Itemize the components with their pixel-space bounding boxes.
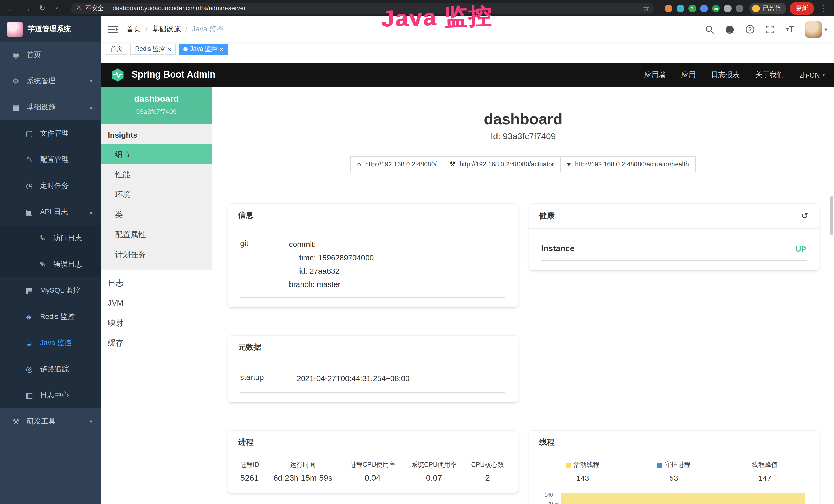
java-icon: ☕ <box>25 338 34 347</box>
sidebar-item-dev-tools[interactable]: ⚒研发工具▾ <box>0 408 101 434</box>
health-card-title: 健康 <box>539 211 554 221</box>
info-card-title: 信息 <box>238 210 254 220</box>
sba-nav-日志报表[interactable]: 日志报表 <box>711 70 740 79</box>
sidebar-item-system-management[interactable]: ⚙系统管理▾ <box>0 68 101 94</box>
sidebar-item-file-management[interactable]: ▢文件管理 <box>0 120 101 146</box>
sba-instance-header[interactable]: dashboard 93a3fc7f7409 <box>101 87 212 124</box>
locale-selector[interactable]: zh-CN▾ <box>799 71 825 79</box>
chrome-update-button[interactable]: 更新 <box>790 2 814 15</box>
bookmark-star-icon[interactable]: ☆ <box>643 4 649 12</box>
history-icon[interactable]: ↺ <box>801 210 809 221</box>
browser-menu-icon[interactable]: ⋮ <box>817 4 829 13</box>
sba-sidebar-item-配置属性[interactable]: 配置属性 <box>101 224 212 245</box>
sidebar-item-label: 链路追踪 <box>40 364 69 373</box>
instance-link-chip[interactable]: ⌂http://192.168.0.2:48080/ <box>350 156 443 172</box>
clock-icon: ◷ <box>25 181 34 190</box>
sba-sidebar-group-映射[interactable]: 映射 <box>101 313 212 333</box>
sidebar-item-access-logs[interactable]: ✎访问日志 <box>0 225 101 251</box>
profile-paused-badge[interactable]: 已暂停 <box>749 2 787 14</box>
doc-icon: ✎ <box>38 259 47 269</box>
extension-on-icon[interactable]: on <box>712 4 720 12</box>
help-icon[interactable]: ? <box>745 24 755 35</box>
sidebar-item-label: 日志中心 <box>40 391 69 400</box>
sidebar-item-api-logs[interactable]: ▣API 日志▴ <box>0 199 101 225</box>
trace-icon: ◎ <box>25 364 34 373</box>
instance-link-url: http://192.168.0.2:48080/actuator/health <box>575 160 689 168</box>
extension-dark-icon[interactable] <box>736 4 743 12</box>
health-instance-row: Instance UP <box>541 238 806 261</box>
scrollbar-thumb[interactable] <box>830 196 833 235</box>
sba-sidebar-group-JVM[interactable]: JVM <box>101 293 212 313</box>
sba-nav-应用[interactable]: 应用 <box>681 70 696 79</box>
sidebar-item-label: 定时任务 <box>40 181 69 190</box>
legend-label: 守护进程 <box>628 461 720 469</box>
sba-sidebar-group-日志[interactable]: 日志 <box>101 273 212 293</box>
y-axis-tick: 140 <box>537 492 557 498</box>
reload-icon[interactable]: ↻ <box>36 4 48 13</box>
back-icon[interactable]: ← <box>5 4 18 13</box>
sba-sidebar-group-缓存[interactable]: 缓存 <box>101 333 212 353</box>
sidebar-item-label: API 日志 <box>40 207 68 216</box>
sidebar-item-java-monitor[interactable]: ☕Java 监控 <box>0 330 101 356</box>
sidebar-item-log-center[interactable]: ▥日志中心 <box>0 382 101 408</box>
home-icon[interactable]: ⌂ <box>51 4 64 13</box>
extension-teal-icon[interactable] <box>677 4 684 12</box>
sba-sidebar-item-类[interactable]: 类 <box>101 204 212 224</box>
breadcrumb-item[interactable]: 基础设施 <box>152 25 181 34</box>
threads-legend: 活动线程143守护进程53线程峰值147 <box>537 461 810 482</box>
search-icon[interactable] <box>705 24 715 35</box>
info-row-git: git commit: time: 1596289704000 id: 27aa… <box>240 235 505 298</box>
close-icon[interactable]: × <box>220 46 223 52</box>
sidebar-item-scheduled-tasks[interactable]: ◷定时任务 <box>0 173 101 199</box>
hamburger-icon[interactable] <box>108 25 118 33</box>
wrench-icon: ⚒ <box>449 160 455 168</box>
extension-gray-icon[interactable] <box>724 4 731 12</box>
sidebar-item-redis-monitor[interactable]: ◈Redis 监控 <box>0 303 101 330</box>
status-badge: UP <box>795 244 806 253</box>
address-bar[interactable]: ⚠ 不安全 | dashboard.yudao.iocoder.cn/infra… <box>71 2 655 14</box>
sba-sidebar-item-计划任务[interactable]: 计划任务 <box>101 245 212 265</box>
sidebar-item-link-tracing[interactable]: ◎链路追踪 <box>0 356 101 382</box>
github-icon[interactable] <box>725 24 735 35</box>
sba-sidebar-item-细节[interactable]: 细节 <box>101 144 212 164</box>
sidebar-item-mysql-monitor[interactable]: ▦MySQL 监控 <box>0 277 101 303</box>
sba-nav-关于我们[interactable]: 关于我们 <box>755 70 784 79</box>
sidebar-item-infrastructure[interactable]: ▤基础设施▴ <box>0 94 101 120</box>
sidebar-item-label: 错误日志 <box>53 259 82 269</box>
sidebar-item-label: 研发工具 <box>27 417 56 426</box>
close-icon[interactable]: × <box>168 46 171 52</box>
legend-item: 守护进程53 <box>628 461 720 482</box>
sidebar-item-config-management[interactable]: ✎配置管理 <box>0 146 101 173</box>
tab-Redis 监控[interactable]: Redis 监控× <box>130 43 176 55</box>
instance-link-chip[interactable]: ⚒http://192.168.0.2:48080/actuator <box>443 156 561 172</box>
tools-icon: ⚒ <box>11 417 21 426</box>
extension-blue-icon[interactable] <box>700 4 708 12</box>
breadcrumb-item[interactable]: 首页 <box>126 25 141 34</box>
active-dot <box>183 47 188 51</box>
sba-nav-应用墙[interactable]: 应用墙 <box>644 70 666 79</box>
app-logo-bar[interactable]: 芋道管理系统 <box>0 17 101 42</box>
metadata-card: 元数据 startup 2021-04-27T00:44:31.254+08:0… <box>228 336 518 402</box>
user-avatar[interactable]: ▾ <box>805 21 827 38</box>
legend-text: 线程峰值 <box>752 461 778 469</box>
threads-chart: 140120100 <box>537 490 810 504</box>
extension-green-y-icon[interactable]: Y <box>688 4 696 12</box>
tab-Java 监控[interactable]: Java 监控× <box>179 43 228 55</box>
sba-sidebar-item-环境[interactable]: 环境 <box>101 184 212 204</box>
svg-text:?: ? <box>748 26 751 32</box>
instance-link-chip[interactable]: ♥http://192.168.0.2:48080/actuator/healt… <box>560 156 696 172</box>
sidebar-item-home[interactable]: ◉首页 <box>0 42 101 68</box>
sba-sidebar-item-性能[interactable]: 性能 <box>101 164 212 184</box>
fullscreen-icon[interactable] <box>765 24 775 35</box>
sidebar-item-error-logs[interactable]: ✎错误日志 <box>0 251 101 277</box>
log-center-icon: ▥ <box>25 391 34 400</box>
sba-sidebar-groups: 日志JVM映射缓存 <box>101 270 212 353</box>
spring-boot-admin-logo[interactable] <box>110 67 125 83</box>
tab-首页[interactable]: 首页 <box>106 43 127 55</box>
forward-icon[interactable]: → <box>21 4 33 13</box>
threads-card-title: 线程 <box>539 437 554 447</box>
extension-orange-icon[interactable] <box>665 4 673 12</box>
font-size-icon[interactable]: тT <box>785 24 795 35</box>
legend-value: 147 <box>719 474 810 482</box>
insights-group: Insights 细节性能环境类配置属性计划任务 <box>101 124 212 270</box>
